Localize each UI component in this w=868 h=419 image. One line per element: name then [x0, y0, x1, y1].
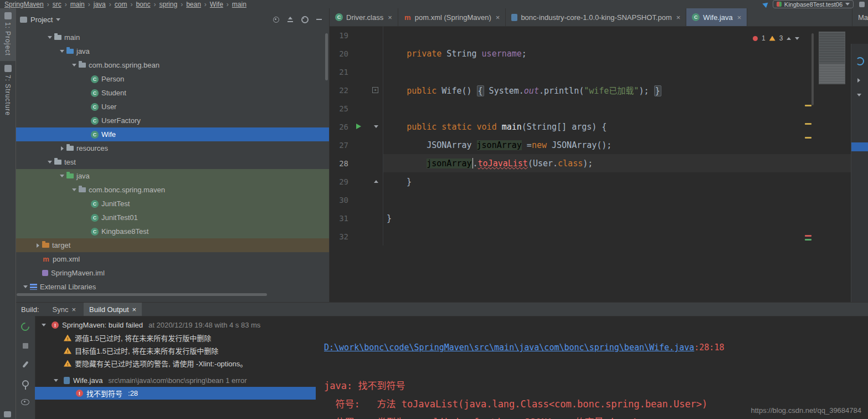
tree-chevron-icon[interactable] — [60, 175, 64, 177]
breadcrumb-item[interactable]: main — [232, 1, 246, 8]
tree-chevron[interactable] — [33, 243, 42, 248]
change-stripe-mark[interactable] — [805, 239, 811, 241]
tree-item-com-bonc-spring-maven[interactable]: com.bonc.spring.maven — [16, 183, 329, 197]
maven-reload-icon[interactable] — [856, 57, 864, 65]
tree-chevron-icon[interactable] — [54, 379, 58, 382]
tree-item-springmaven-iml[interactable]: SpringMaven.iml — [16, 266, 329, 280]
navigate-arrow-icon[interactable] — [761, 1, 768, 7]
tree-chevron[interactable] — [58, 175, 66, 177]
pin-tab-icon[interactable] — [22, 380, 29, 387]
editor-scrollbar-thumb[interactable] — [811, 33, 814, 105]
next-error-button[interactable] — [795, 37, 799, 40]
build-tree-row[interactable]: !找不到符号 :28 — [35, 387, 316, 400]
breadcrumb-item[interactable]: main — [70, 1, 85, 8]
prev-error-button[interactable] — [787, 37, 791, 40]
breadcrumb-item[interactable]: src — [53, 1, 61, 8]
tree-item-java[interactable]: java — [16, 169, 329, 183]
editor-tab-driver-class[interactable]: CDriver.class× — [330, 8, 398, 26]
minimap-viewport[interactable] — [819, 64, 845, 84]
close-tab-icon[interactable]: × — [71, 305, 76, 314]
tree-chevron-icon[interactable] — [61, 146, 64, 151]
build-tree-row[interactable]: !源值1.5已过时, 将在未来所有发行版中删除 — [35, 331, 316, 344]
breadcrumb-item[interactable]: com — [115, 1, 127, 8]
build-tree-row[interactable]: !SpringMaven: build failedat 2020/12/19 … — [35, 319, 316, 331]
file-link[interactable]: D:\work\bonc\code\SpringMaven\src\main\j… — [324, 343, 694, 352]
project-horizontal-scrollbar[interactable] — [17, 293, 267, 296]
view-options-eye-icon[interactable] — [21, 399, 29, 405]
breadcrumb-item[interactable]: bean — [186, 1, 201, 8]
chevron-down-icon[interactable] — [857, 94, 861, 96]
tree-chevron[interactable] — [21, 285, 30, 288]
tree-item-kingbase8test[interactable]: CKingbase8Test — [16, 224, 329, 238]
locate-file-button[interactable] — [270, 14, 281, 25]
tree-chevron[interactable] — [70, 188, 79, 191]
tree-item-userfactory[interactable]: CUserFactory — [16, 114, 329, 127]
build-hammer-icon[interactable] — [859, 2, 865, 7]
run-configuration-combo[interactable]: Kingbase8Test.test06 — [773, 0, 854, 8]
editor-tab-ma[interactable]: Ma — [852, 8, 868, 26]
close-tab-icon[interactable]: × — [388, 13, 392, 22]
tree-chevron-icon[interactable] — [72, 188, 76, 191]
hide-panel-button[interactable] — [314, 14, 325, 25]
tree-item-java[interactable]: java — [16, 44, 329, 58]
tree-item-resources[interactable]: resources — [16, 141, 329, 155]
tree-chevron[interactable] — [45, 36, 54, 39]
tree-chevron[interactable] — [52, 379, 60, 382]
build-tree-row[interactable]: !要隐藏有关已过时选项的警告, 请使用 -Xlint:-options。 — [35, 357, 316, 370]
code-minimap[interactable] — [819, 32, 845, 84]
tree-chevron[interactable] — [70, 64, 79, 67]
tree-item-junittest01[interactable]: CJunitTest01 — [16, 211, 329, 224]
editor-tab-bonc-industry-core-1-0-0-king-snapshot-pom[interactable]: bonc-industry-core-1.0.0-king-SNAPSHOT.p… — [506, 8, 686, 26]
tree-chevron-icon[interactable] — [60, 50, 64, 53]
build-tree-row[interactable]: Wife.javasrc\main\java\com\bonc\spring\b… — [35, 374, 316, 387]
chevron-down-icon[interactable] — [56, 18, 60, 21]
chevron-right-icon[interactable] — [857, 78, 860, 83]
fold-end-icon[interactable] — [374, 180, 378, 183]
tree-chevron[interactable] — [45, 161, 54, 163]
tree-chevron-icon[interactable] — [48, 36, 52, 39]
tree-item-target[interactable]: target — [16, 238, 329, 252]
fold-region-icon[interactable] — [374, 125, 378, 128]
breadcrumb-item[interactable]: SpringMaven — [4, 1, 44, 8]
tree-item-wife[interactable]: CWife — [16, 127, 329, 141]
rerun-build-button[interactable] — [19, 321, 31, 333]
collapse-all-button[interactable] — [285, 14, 296, 25]
settings-gear-button[interactable] — [299, 14, 310, 25]
tree-chevron-icon[interactable] — [42, 324, 46, 326]
close-tab-icon[interactable]: × — [132, 305, 137, 314]
tree-chevron-icon[interactable] — [48, 161, 52, 163]
breadcrumb-item[interactable]: Wife — [210, 1, 223, 8]
code-editor[interactable]: 1920 private String username;2122+ publi… — [330, 26, 868, 302]
tool-stripe-bottom-icon[interactable] — [4, 411, 11, 417]
breadcrumb-item[interactable]: spring — [159, 1, 177, 8]
close-tab-icon[interactable]: × — [496, 13, 500, 22]
tree-chevron[interactable] — [39, 324, 48, 326]
tree-item-external-libraries[interactable]: External Libraries — [16, 280, 329, 294]
tree-item-com-bonc-spring-bean[interactable]: com.bonc.spring.bean — [16, 58, 329, 72]
tree-item-user[interactable]: CUser — [16, 100, 329, 114]
build-settings-wrench-icon[interactable] — [22, 361, 28, 368]
tool-stripe-button[interactable]: 1: Project — [0, 8, 16, 61]
tree-chevron-icon[interactable] — [23, 285, 28, 288]
tree-chevron[interactable] — [58, 146, 66, 151]
editor-tab-wife-java[interactable]: CWife.java× — [686, 8, 747, 26]
tree-item-test[interactable]: test — [16, 155, 329, 169]
tree-item-junittest[interactable]: CJunitTest — [16, 197, 329, 211]
tool-stripe-button[interactable]: 7: Structure — [0, 61, 16, 121]
project-vertical-scrollbar[interactable] — [325, 33, 328, 80]
breadcrumb-item[interactable]: java — [94, 1, 106, 8]
editor-tab-pom-xml-springmaven-[interactable]: mpom.xml (SpringMaven)× — [398, 8, 506, 26]
warning-stripe-mark[interactable] — [805, 123, 811, 125]
tree-item-pom-xml[interactable]: mpom.xml — [16, 252, 329, 266]
build-tree-row[interactable]: !目标值1.5已过时, 将在未来所有发行版中删除 — [35, 344, 316, 357]
close-tab-icon[interactable]: × — [676, 13, 681, 22]
tree-chevron-icon[interactable] — [72, 64, 76, 67]
stop-build-button[interactable] — [23, 343, 28, 349]
fold-expand-icon[interactable]: + — [372, 87, 378, 93]
error-stripe-mark[interactable] — [805, 235, 811, 237]
breadcrumb-item[interactable]: bonc — [136, 1, 150, 8]
project-panel-title[interactable]: Project — [30, 16, 53, 24]
tree-item-student[interactable]: CStudent — [16, 86, 329, 100]
warning-stripe-mark[interactable] — [805, 105, 811, 106]
run-method-icon[interactable] — [356, 124, 361, 129]
